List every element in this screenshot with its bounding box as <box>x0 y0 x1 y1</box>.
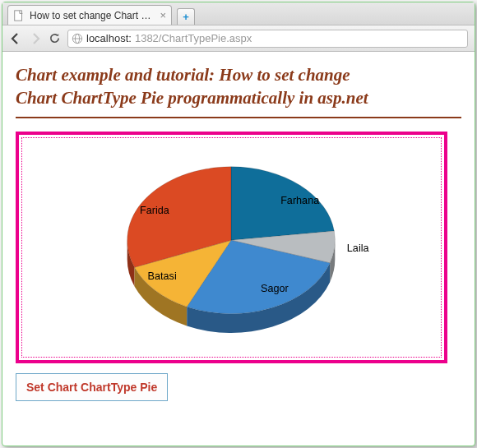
page-content: Chart example and tutorial: How to set c… <box>2 52 475 401</box>
address-bar[interactable]: localhost:1382/ChartTypePie.aspx <box>67 30 468 48</box>
page-favicon-icon <box>13 10 25 21</box>
arrow-right-icon <box>29 32 42 45</box>
arrow-left-icon <box>9 32 22 45</box>
reload-button[interactable] <box>49 32 61 44</box>
chart-panel: FarhanaLailaSagorBatasiFarida <box>16 132 447 363</box>
url-path: 1382/ChartTypePie.aspx <box>135 32 252 44</box>
url-host: localhost: <box>86 32 132 44</box>
tab-title: How to set change Chart C... <box>30 10 155 21</box>
pie-label-farhana: Farhana <box>280 195 320 206</box>
title-divider <box>16 117 461 118</box>
globe-icon <box>72 33 83 44</box>
plus-icon: + <box>183 11 189 23</box>
title-line1: Chart example and tutorial: How to set c… <box>16 65 350 85</box>
pie-label-sagor: Sagor <box>261 283 289 294</box>
back-button[interactable] <box>9 32 22 45</box>
page-title: Chart example and tutorial: How to set c… <box>16 63 461 110</box>
tab-bar: How to set change Chart C... × + <box>2 2 475 25</box>
reload-icon <box>49 32 61 44</box>
button-row: Set Chart ChartType Pie <box>16 373 461 401</box>
svg-rect-0 <box>15 10 22 20</box>
browser-toolbar: localhost:1382/ChartTypePie.aspx <box>2 25 475 52</box>
set-chart-type-button[interactable]: Set Chart ChartType Pie <box>16 373 168 401</box>
new-tab-button[interactable]: + <box>177 8 195 25</box>
pie-chart: FarhanaLailaSagorBatasiFarida <box>19 135 444 360</box>
browser-tab[interactable]: How to set change Chart C... × <box>7 5 172 25</box>
pie-label-farida: Farida <box>140 205 170 216</box>
pie-label-batasi: Batasi <box>148 270 177 282</box>
browser-window: How to set change Chart C... × + local <box>2 2 475 446</box>
tab-close-icon[interactable]: × <box>160 9 166 21</box>
forward-button[interactable] <box>29 32 42 45</box>
pie-label-laila: Laila <box>347 242 370 253</box>
title-line2: Chart ChartType Pie programmatically in … <box>16 88 368 108</box>
